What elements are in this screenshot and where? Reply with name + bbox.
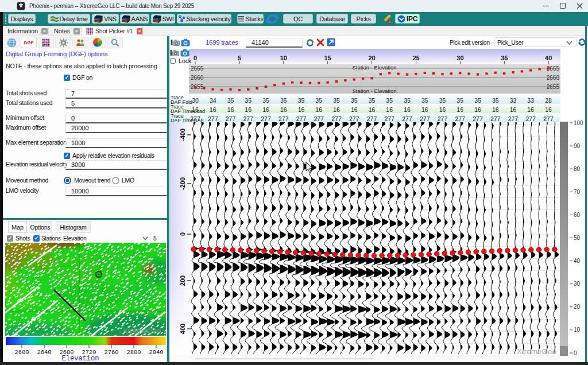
svg-text:16: 16: [457, 106, 463, 113]
svg-text:200: 200: [179, 275, 186, 286]
svg-text:16: 16: [227, 106, 234, 113]
svg-text:277: 277: [543, 115, 554, 122]
svg-text:277: 277: [331, 115, 342, 122]
svg-text:277: 277: [208, 115, 218, 122]
svg-text:10: 10: [280, 55, 287, 61]
svg-text:40: 40: [574, 258, 581, 264]
svg-text:0: 0: [179, 232, 186, 236]
svg-text:2760: 2760: [104, 349, 118, 356]
svg-text:277: 277: [367, 115, 377, 122]
svg-text:16: 16: [315, 106, 322, 113]
svg-text:277: 277: [384, 115, 394, 122]
svg-text:15: 15: [324, 55, 331, 61]
svg-text:2600: 2600: [14, 349, 29, 356]
svg-text:35: 35: [501, 55, 508, 61]
svg-text:16: 16: [527, 106, 534, 113]
svg-text:-200: -200: [179, 177, 186, 190]
svg-text:2660: 2660: [191, 75, 204, 81]
svg-text:5: 5: [238, 55, 241, 61]
svg-text:XtremeGeo: XtremeGeo: [517, 347, 556, 356]
svg-text:35: 35: [298, 97, 305, 104]
svg-text:60: 60: [574, 212, 581, 218]
svg-text:16: 16: [545, 106, 552, 113]
svg-text:277: 277: [455, 115, 465, 122]
svg-text:10: 10: [574, 327, 581, 333]
svg-text:16: 16: [351, 106, 358, 113]
svg-text:277: 277: [349, 115, 359, 122]
svg-text:Elevation: Elevation: [62, 355, 99, 361]
svg-text:2800: 2800: [126, 349, 141, 356]
svg-text:16: 16: [421, 106, 428, 113]
svg-text:2655: 2655: [191, 84, 204, 90]
svg-text:2655: 2655: [547, 84, 560, 90]
svg-text:XtremeGeo: XtremeGeo: [123, 327, 161, 335]
svg-text:35: 35: [404, 97, 411, 104]
svg-text:277: 277: [190, 115, 200, 122]
svg-text:20: 20: [574, 304, 581, 310]
svg-text:277: 277: [261, 115, 271, 122]
svg-text:35: 35: [439, 97, 446, 104]
svg-text:35: 35: [386, 97, 393, 104]
svg-text:35: 35: [421, 97, 428, 104]
svg-text:16: 16: [404, 106, 411, 113]
svg-text:16: 16: [439, 106, 446, 113]
svg-text:16: 16: [245, 106, 252, 113]
svg-text:277: 277: [314, 115, 324, 122]
svg-text:16: 16: [333, 106, 340, 113]
svg-text:34: 34: [210, 97, 216, 104]
svg-text:16: 16: [280, 106, 287, 113]
svg-text:277: 277: [243, 115, 253, 122]
svg-text:277: 277: [278, 115, 289, 122]
svg-text:35: 35: [369, 97, 376, 104]
svg-text:-400: -400: [179, 129, 186, 141]
svg-text:35: 35: [315, 97, 322, 104]
svg-text:70: 70: [574, 189, 581, 195]
svg-text:16: 16: [386, 106, 393, 113]
svg-text:16: 16: [192, 106, 199, 113]
svg-text:30: 30: [192, 97, 199, 104]
svg-text:2665: 2665: [191, 65, 204, 72]
svg-text:277: 277: [296, 115, 307, 122]
svg-text:35: 35: [227, 97, 234, 104]
svg-text:400: 400: [179, 324, 186, 334]
svg-text:35: 35: [492, 97, 499, 104]
svg-text:16: 16: [474, 106, 481, 113]
svg-text:25: 25: [412, 55, 419, 61]
svg-text:35: 35: [280, 97, 287, 104]
svg-text:2840: 2840: [149, 349, 163, 356]
svg-text:277: 277: [402, 115, 412, 122]
svg-text:2640: 2640: [37, 349, 51, 356]
svg-text:277: 277: [420, 115, 430, 122]
svg-text:16: 16: [262, 106, 269, 113]
svg-text:30: 30: [457, 55, 463, 61]
svg-text:16: 16: [369, 106, 376, 113]
svg-text:30: 30: [574, 281, 581, 287]
svg-text:277: 277: [508, 115, 519, 122]
svg-text:35: 35: [474, 97, 481, 104]
svg-text:35: 35: [457, 97, 463, 104]
svg-text:16: 16: [510, 106, 517, 113]
svg-text:277: 277: [490, 115, 501, 122]
svg-text:33: 33: [510, 97, 517, 104]
svg-text:2660: 2660: [547, 75, 560, 81]
svg-text:16: 16: [298, 106, 305, 113]
svg-text:35: 35: [245, 97, 252, 104]
svg-text:277: 277: [473, 115, 483, 122]
svg-text:33: 33: [527, 97, 534, 104]
svg-text:0: 0: [574, 350, 577, 356]
svg-text:35: 35: [351, 97, 358, 104]
svg-text:0: 0: [194, 55, 197, 61]
svg-text:16: 16: [210, 106, 216, 113]
svg-text:90: 90: [574, 143, 581, 149]
svg-text:80: 80: [574, 166, 581, 172]
svg-text:277: 277: [525, 115, 536, 122]
svg-text:28: 28: [545, 97, 552, 104]
svg-text:Station - Elevation: Station - Elevation: [352, 64, 396, 71]
svg-text:20: 20: [368, 55, 375, 61]
svg-text:35: 35: [333, 97, 340, 104]
svg-text:50: 50: [574, 235, 581, 241]
svg-text:Station - Elevation: Station - Elevation: [352, 88, 396, 94]
svg-text:16: 16: [492, 106, 499, 113]
svg-text:40: 40: [545, 55, 552, 61]
svg-text:277: 277: [226, 115, 236, 122]
